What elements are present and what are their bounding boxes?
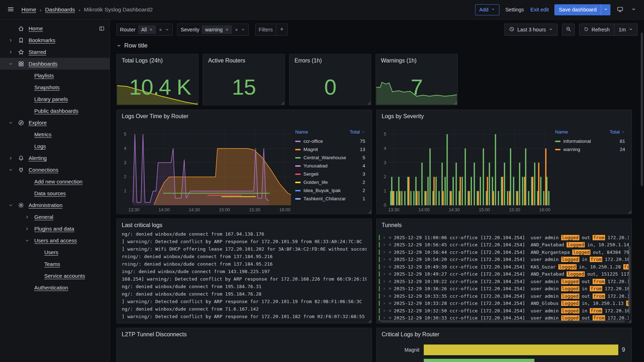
chevron-down-icon[interactable]	[6, 61, 16, 66]
add-button[interactable]: Add	[475, 4, 500, 15]
sidebar-link-starred[interactable]: Starred	[29, 49, 46, 55]
sidebar-link-public-dashboards[interactable]: Public dashboards	[34, 108, 78, 114]
sidebar-item-playlists[interactable]: Playlists	[0, 70, 110, 81]
kiosk-mode-button[interactable]	[615, 5, 625, 15]
tunnel-log-row[interactable]: 2025-12-29 10:39:22 ccr-office [172.20.1…	[379, 278, 629, 285]
sidebar-item-plugins-and-data[interactable]: Plugins and data	[0, 223, 110, 235]
tunnel-log-row[interactable]: 2025-12-29 10:54:20 ccr-office [172.20.1…	[379, 256, 629, 263]
sidebar-item-authentication[interactable]: Authentication	[0, 282, 110, 293]
dock-sidebar-icon[interactable]	[99, 26, 105, 31]
sidebar-item-library-panels[interactable]: Library panels	[0, 93, 110, 105]
sidebar-item-metrics[interactable]: Metrics	[0, 129, 110, 140]
sidebar-item-alerting[interactable]: Alerting	[0, 152, 110, 164]
sidebar-link-playlists[interactable]: Playlists	[34, 72, 54, 79]
logs-by-severity-chart[interactable]: 01234513:3014:0014:3015:0015:3016:00	[378, 124, 554, 213]
sidebar-link-home[interactable]: Home	[29, 25, 43, 31]
legend-sort-name[interactable]: Name	[555, 129, 568, 135]
panel-header[interactable]: L2TP Tunnel Disconnects	[117, 328, 372, 341]
sidebar-item-users[interactable]: Users	[0, 246, 110, 258]
panel-header[interactable]: Warnings (1h)	[376, 54, 457, 67]
add-filter-button[interactable]	[276, 24, 287, 36]
chevron-down-icon[interactable]	[6, 120, 16, 125]
mega-menu-toggle-button[interactable]	[6, 4, 16, 15]
expand-row-chevron-icon[interactable]	[382, 236, 386, 240]
sidebar-link-users[interactable]: Users	[44, 249, 58, 255]
chevron-down-icon[interactable]	[6, 203, 16, 208]
tunnel-log-row[interactable]: 2025-12-29 10:32:50 ccr-office [172.20.1…	[379, 307, 629, 315]
sidebar-link-authentication[interactable]: Authentication	[34, 285, 68, 291]
legend-sort-total[interactable]: Total	[609, 129, 625, 135]
expand-row-chevron-icon[interactable]	[382, 287, 386, 291]
sidebar-item-add-new-connection[interactable]: Add new connection	[0, 176, 110, 187]
sidebar-link-plugins-and-data[interactable]: Plugins and data	[34, 226, 74, 232]
sidebar-item-general[interactable]: General	[0, 211, 110, 223]
sidebar-item-data-sources[interactable]: Data sources	[0, 187, 110, 199]
logs-over-time-chart[interactable]: 1234513:3014:0014:3015:0015:3016:00	[118, 124, 294, 213]
panel-header[interactable]: Total Logs (24h)	[117, 54, 198, 67]
chevron-right-icon[interactable]	[22, 226, 32, 231]
sidebar-item-teams[interactable]: Teams	[0, 258, 110, 270]
panel-header[interactable]: Logs Over Time by Router	[117, 110, 372, 123]
chevron-down-icon[interactable]	[165, 27, 169, 32]
legend-row-sergeli[interactable]: Sergeli3	[295, 170, 365, 178]
chevron-right-icon[interactable]	[22, 215, 32, 220]
bar[interactable]	[424, 345, 618, 355]
chevron-down-icon[interactable]	[6, 167, 16, 172]
chevron-down-icon[interactable]	[241, 27, 245, 32]
sidebar-link-logs[interactable]: Logs	[34, 143, 46, 149]
tunnel-log-row[interactable]: 2025-12-29 10:36:26 ccr-office [172.20.1…	[379, 285, 629, 293]
filter-router-value-chip[interactable]: All	[138, 25, 156, 34]
panel-header[interactable]: Errors (1h)	[290, 54, 371, 67]
row-collapse-chevron-icon[interactable]	[116, 43, 121, 48]
expand-row-chevron-icon[interactable]	[382, 280, 386, 283]
sidebar-item-bookmarks[interactable]: Bookmarks	[0, 34, 110, 46]
save-dashboard-button[interactable]: Save dashboard	[554, 4, 601, 15]
legend-sort-total[interactable]: Total	[349, 129, 365, 135]
sidebar-link-add-new-connection[interactable]: Add new connection	[34, 179, 82, 185]
sidebar-item-logs[interactable]: Logs	[0, 140, 110, 152]
legend-row-tashkent-chilanzar[interactable]: Tashkent_Chilanzar1	[295, 195, 365, 203]
bar[interactable]	[424, 359, 534, 362]
panel-vertical-scrollbar[interactable]	[628, 246, 630, 314]
collapse-toolbar-button[interactable]	[630, 5, 638, 14]
sidebar-link-connections[interactable]: Connections	[29, 167, 58, 173]
sidebar-link-alerting[interactable]: Alerting	[29, 155, 47, 161]
sidebar-link-teams[interactable]: Teams	[44, 261, 60, 267]
chevron-right-icon[interactable]	[6, 38, 16, 43]
refresh-button[interactable]: Refresh	[579, 24, 614, 36]
expand-row-chevron-icon[interactable]	[382, 243, 386, 247]
panel-header[interactable]: Critical Logs by Router	[377, 328, 632, 341]
sidebar-item-administration[interactable]: Administration	[0, 199, 110, 211]
sidebar-link-administration[interactable]: Administration	[29, 202, 62, 208]
legend-row-ccr-office[interactable]: ccr-office75	[295, 137, 365, 145]
clear-filter-icon[interactable]	[159, 28, 162, 32]
sidebar-link-users-and-access[interactable]: Users and access	[34, 237, 77, 243]
legend-sort-name[interactable]: Name	[295, 129, 308, 135]
tunnel-log-row[interactable]: 2025-12-29 10:56:44 ccr-office [172.20.1…	[379, 248, 629, 256]
remove-value-icon[interactable]	[149, 28, 153, 31]
expand-row-chevron-icon[interactable]	[382, 309, 386, 313]
panel-header[interactable]: Active Routers	[203, 54, 285, 67]
sidebar-item-snapshots[interactable]: Snapshots	[0, 81, 110, 93]
tunnel-log-row[interactable]: 2025-12-29 10:49:39 ccr-office [172.20.1…	[379, 263, 629, 271]
expand-row-chevron-icon[interactable]	[382, 316, 386, 320]
legend-row-warning[interactable]: warning24	[555, 145, 625, 154]
tunnel-log-row[interactable]: 2025-12-29 11:00:06 ccr-office [172.20.1…	[379, 234, 629, 241]
breadcrumb-dashboards[interactable]: Dashboards	[45, 6, 75, 13]
tunnel-log-row[interactable]: 2025-12-29 10:56:45 ccr-office [172.20.1…	[379, 241, 629, 249]
save-dashboard-caret-button[interactable]	[601, 4, 610, 15]
legend-row-yunusabad[interactable]: Yunusabad4	[295, 162, 365, 170]
legend-row-central-warehouse[interactable]: Central_Warehouse5	[295, 154, 365, 162]
exit-edit-button[interactable]: Exit edit	[530, 7, 550, 12]
filter-severity-value-chip[interactable]: warning	[202, 25, 232, 34]
expand-row-chevron-icon[interactable]	[382, 257, 386, 261]
sidebar-link-data-sources[interactable]: Data sources	[34, 190, 66, 196]
legend-row-idea-buyuk-ipak[interactable]: Idea_Buyuk_Ipak2	[295, 186, 365, 195]
clear-filter-icon[interactable]	[235, 28, 238, 32]
sidebar-item-users-and-access[interactable]: Users and access	[0, 235, 110, 246]
legend-row-informational[interactable]: informational81	[555, 137, 625, 145]
expand-row-chevron-icon[interactable]	[382, 294, 386, 298]
settings-button[interactable]: Settings	[504, 7, 524, 12]
sidebar-item-dashboards[interactable]: Dashboards	[0, 58, 110, 70]
expand-row-chevron-icon[interactable]	[382, 250, 386, 254]
